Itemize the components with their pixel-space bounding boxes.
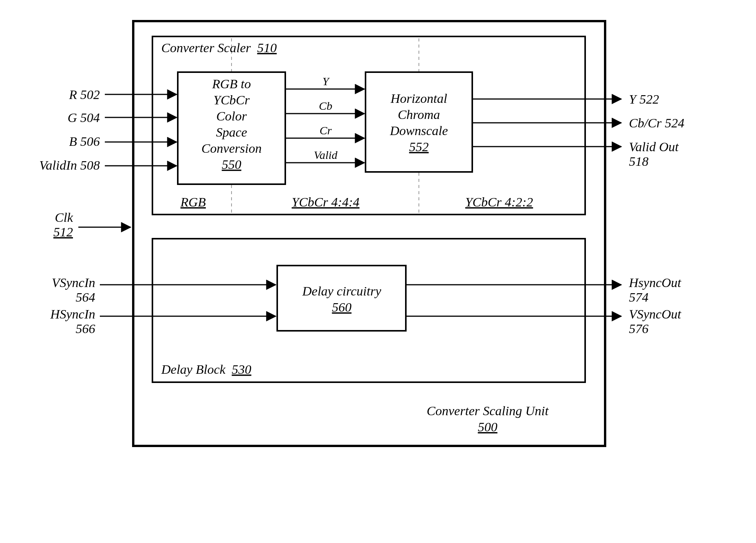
delay-circuitry-num: 560 xyxy=(332,300,352,314)
label-hsyncout-1: HsyncOut xyxy=(629,276,682,290)
mid-valid: Valid xyxy=(314,149,338,161)
label-vsyncin-1: VSyncIn xyxy=(52,276,95,290)
delay-circuitry-block xyxy=(277,266,406,331)
rgb-block-l3: Color xyxy=(216,109,247,123)
label-vsyncout-2: 576 xyxy=(629,322,648,336)
label-cbcr-out: Cb/Cr 524 xyxy=(629,116,685,130)
delay-block-box xyxy=(152,239,585,382)
converter-scaler-title: Converter Scaler 510 xyxy=(161,41,277,55)
label-clk-2: 512 xyxy=(53,225,73,239)
label-hsyncin-1: HSyncIn xyxy=(50,307,95,321)
mid-cr: Cr xyxy=(319,124,332,137)
unit-num: 500 xyxy=(478,420,498,434)
label-hsyncin-2: 566 xyxy=(76,322,95,336)
down-block-l3: Downscale xyxy=(389,124,448,138)
rgb-block-l4: Space xyxy=(216,125,247,139)
label-r: R 502 xyxy=(69,87,100,102)
label-clk-1: Clk xyxy=(55,210,73,224)
stage-422: YCbCr 4:2:2 xyxy=(465,195,533,209)
down-block-l1: Horizontal xyxy=(390,91,447,106)
delay-block-title: Delay Block 530 xyxy=(161,362,251,376)
label-validout-2: 518 xyxy=(629,154,648,168)
chroma-downscale-block xyxy=(366,72,472,172)
delay-circuitry-text: Delay circuitry xyxy=(302,284,381,298)
rgb-block-num: 550 xyxy=(222,157,242,172)
down-block-num: 552 xyxy=(409,140,429,154)
label-b: B 506 xyxy=(69,134,100,149)
label-validout-1: Valid Out xyxy=(629,140,679,154)
mid-y: Y xyxy=(323,75,330,87)
label-y-out: Y 522 xyxy=(629,92,659,106)
label-vsyncin-2: 564 xyxy=(76,290,95,304)
down-block-l2: Chroma xyxy=(398,107,440,122)
rgb-block-l1: RGB to xyxy=(212,77,251,91)
rgb-block-l5: Conversion xyxy=(202,141,262,155)
label-g: G 504 xyxy=(68,111,100,125)
rgb-block-l2: YCbCr xyxy=(213,93,250,107)
mid-cb: Cb xyxy=(319,99,332,112)
stage-rgb: RGB xyxy=(180,195,206,209)
stage-444: YCbCr 4:4:4 xyxy=(292,195,360,209)
label-hsyncout-2: 574 xyxy=(629,290,648,304)
diagram-root: R 502 G 504 B 506 ValidIn 508 Clk 512 VS… xyxy=(0,0,756,543)
unit-title: Converter Scaling Unit xyxy=(427,404,549,418)
label-validin: ValidIn 508 xyxy=(39,158,100,172)
label-vsyncout-1: VSyncOut xyxy=(629,307,682,321)
